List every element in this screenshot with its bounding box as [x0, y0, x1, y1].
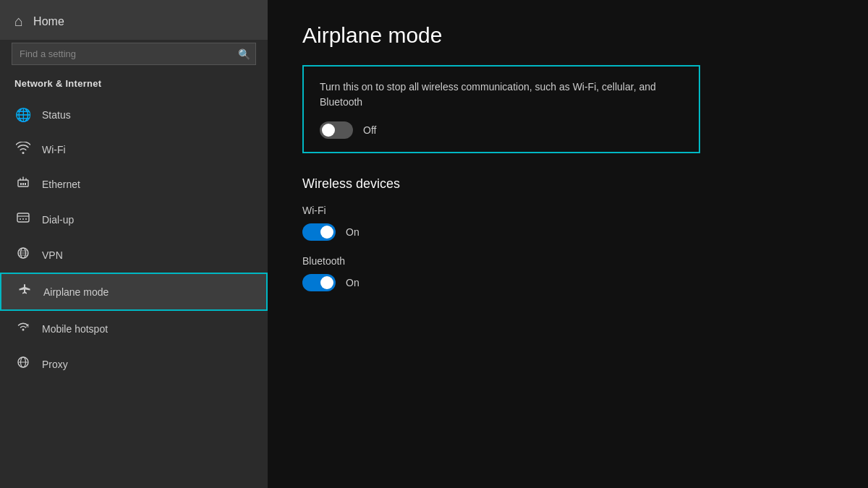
- sidebar-item-proxy-label: Proxy: [42, 359, 68, 370]
- dialup-icon: [14, 211, 32, 228]
- vpn-icon: [14, 247, 32, 263]
- sidebar-item-hotspot[interactable]: Mobile hotspot: [0, 311, 268, 346]
- home-icon: ⌂: [14, 13, 23, 30]
- svg-point-5: [20, 218, 21, 220]
- sidebar-item-dialup-label: Dial-up: [42, 214, 74, 226]
- sidebar-item-vpn[interactable]: VPN: [0, 237, 268, 273]
- bluetooth-toggle-row: On: [302, 274, 833, 291]
- sidebar-item-airplane-label: Airplane mode: [43, 286, 109, 298]
- ethernet-icon: [14, 176, 32, 192]
- svg-rect-1: [20, 183, 22, 185]
- sidebar: ⌂ Home 🔍 Network & Internet 🌐 Status Wi-…: [0, 0, 268, 488]
- svg-point-6: [22, 218, 24, 220]
- section-label: Network & Internet: [0, 72, 268, 98]
- wifi-device-row: Wi-Fi On: [302, 205, 833, 241]
- main-content: Airplane mode Turn this on to stop all w…: [268, 0, 868, 488]
- airplane-mode-card: Turn this on to stop all wireless commun…: [302, 65, 700, 153]
- sidebar-item-dialup[interactable]: Dial-up: [0, 202, 268, 237]
- bluetooth-device-name: Bluetooth: [302, 255, 833, 267]
- bluetooth-device-row: Bluetooth On: [302, 255, 833, 291]
- airplane-toggle-label: Off: [363, 124, 376, 136]
- airplane-icon: [16, 283, 33, 300]
- page-title: Airplane mode: [302, 23, 833, 48]
- sidebar-item-vpn-label: VPN: [42, 249, 63, 261]
- svg-point-7: [25, 218, 27, 220]
- bluetooth-toggle-thumb: [320, 276, 333, 289]
- sidebar-home-button[interactable]: ⌂ Home: [0, 0, 268, 40]
- svg-rect-3: [25, 183, 26, 185]
- airplane-toggle-thumb: [322, 124, 335, 137]
- wifi-toggle-thumb: [320, 226, 333, 239]
- hotspot-icon: [14, 320, 32, 337]
- svg-point-10: [22, 329, 25, 331]
- proxy-icon: [14, 356, 32, 372]
- search-container: 🔍: [12, 43, 256, 65]
- airplane-toggle-row: Off: [320, 121, 683, 139]
- sidebar-item-status[interactable]: 🌐 Status: [0, 98, 268, 132]
- wifi-icon: [14, 142, 32, 157]
- wireless-section-heading: Wireless devices: [302, 176, 833, 192]
- search-input[interactable]: [12, 43, 256, 65]
- svg-rect-4: [17, 213, 29, 222]
- wifi-toggle-row: On: [302, 223, 833, 241]
- sidebar-item-status-label: Status: [42, 109, 71, 121]
- bluetooth-toggle-label: On: [346, 277, 359, 288]
- airplane-description: Turn this on to stop all wireless commun…: [320, 80, 683, 110]
- wifi-toggle[interactable]: [302, 223, 336, 241]
- status-icon: 🌐: [14, 107, 32, 123]
- home-label: Home: [33, 15, 64, 28]
- sidebar-item-wifi-label: Wi-Fi: [42, 144, 66, 155]
- wifi-toggle-label: On: [346, 226, 359, 238]
- sidebar-item-hotspot-label: Mobile hotspot: [42, 323, 108, 335]
- airplane-toggle[interactable]: [320, 121, 353, 139]
- sidebar-item-ethernet-label: Ethernet: [42, 179, 80, 190]
- sidebar-item-proxy[interactable]: Proxy: [0, 346, 268, 382]
- sidebar-item-ethernet[interactable]: Ethernet: [0, 166, 268, 202]
- wifi-device-name: Wi-Fi: [302, 205, 833, 216]
- svg-rect-2: [22, 183, 24, 185]
- sidebar-item-airplane[interactable]: Airplane mode: [0, 273, 268, 311]
- sidebar-item-wifi[interactable]: Wi-Fi: [0, 132, 268, 166]
- bluetooth-toggle[interactable]: [302, 274, 336, 291]
